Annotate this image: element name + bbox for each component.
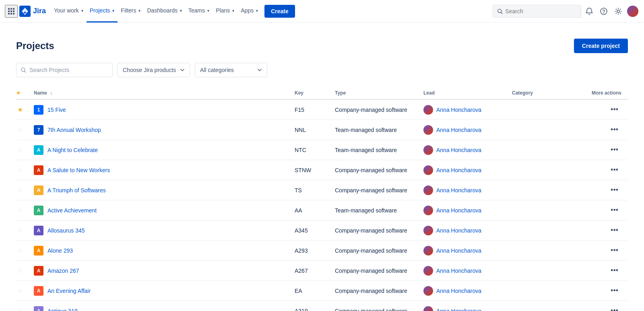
- project-category-1: [507, 99, 580, 120]
- project-link-6[interactable]: Active Achievement: [47, 207, 97, 214]
- more-actions-button-6[interactable]: •••: [607, 204, 621, 216]
- name-col-header[interactable]: Name ↓: [29, 87, 290, 99]
- starred-col-header[interactable]: ★: [16, 87, 29, 99]
- nav-item-filters[interactable]: Filters▾: [118, 0, 144, 23]
- project-link-11[interactable]: Antique 319: [47, 308, 78, 311]
- jira-logo[interactable]: Jira: [19, 6, 46, 17]
- project-search-input[interactable]: [29, 67, 108, 73]
- more-actions-button-3[interactable]: •••: [607, 144, 621, 156]
- more-actions-button-8[interactable]: •••: [607, 245, 621, 256]
- more-actions-button-5[interactable]: •••: [607, 184, 621, 196]
- lead-link-7[interactable]: Anna Honcharova: [436, 227, 481, 234]
- project-link-10[interactable]: An Evening Affair: [47, 288, 91, 294]
- lead-link-2[interactable]: Anna Honcharova: [436, 127, 481, 133]
- categories-filter[interactable]: All categories: [195, 63, 267, 77]
- project-link-4[interactable]: A Salute to New Workers: [47, 167, 110, 173]
- star-cell-4[interactable]: ☆: [16, 160, 29, 180]
- apps-grid-icon[interactable]: [5, 5, 18, 18]
- more-actions-button-7[interactable]: •••: [607, 224, 621, 236]
- lead-link-1[interactable]: Anna Honcharova: [436, 107, 481, 113]
- nav-item-apps[interactable]: Apps▾: [237, 0, 261, 23]
- lead-link-10[interactable]: Anna Honcharova: [436, 288, 481, 294]
- create-button[interactable]: Create: [264, 5, 295, 18]
- star-cell-7[interactable]: ☆: [16, 220, 29, 241]
- lead-link-9[interactable]: Anna Honcharova: [436, 268, 481, 274]
- category-col-header[interactable]: Category: [507, 87, 580, 99]
- star-cell-10[interactable]: ☆: [16, 281, 29, 301]
- project-name-cell-8: A Alone 293: [29, 241, 290, 261]
- nav-item-dashboards[interactable]: Dashboards▾: [144, 0, 185, 23]
- star-icon[interactable]: ☆: [17, 247, 23, 254]
- project-name-cell-11: A Antique 319: [29, 301, 290, 311]
- star-cell-1[interactable]: ★: [16, 99, 29, 120]
- table-row: ☆ A A Salute to New Workers STNW Company…: [16, 160, 628, 180]
- project-lead-11: Anna Honcharova: [419, 301, 507, 311]
- lead-avatar-11: [423, 306, 433, 311]
- star-cell-5[interactable]: ☆: [16, 180, 29, 200]
- help-button[interactable]: [597, 5, 610, 18]
- notifications-button[interactable]: [583, 5, 596, 18]
- lead-link-8[interactable]: Anna Honcharova: [436, 247, 481, 254]
- star-icon[interactable]: ☆: [17, 167, 23, 173]
- star-icon[interactable]: ☆: [17, 227, 23, 234]
- lead-avatar-1: [423, 105, 433, 115]
- search-input[interactable]: [505, 8, 577, 14]
- nav-item-plans[interactable]: Plans▾: [213, 0, 237, 23]
- key-col-header[interactable]: Key: [290, 87, 330, 99]
- star-icon[interactable]: ☆: [17, 187, 23, 194]
- profile-button[interactable]: [626, 5, 639, 18]
- project-link-5[interactable]: A Triumph of Softwares: [47, 187, 106, 194]
- lead-link-6[interactable]: Anna Honcharova: [436, 207, 481, 214]
- lead-link-4[interactable]: Anna Honcharova: [436, 167, 481, 173]
- star-icon[interactable]: ☆: [17, 146, 23, 153]
- project-link-3[interactable]: A Night to Celebrate: [47, 147, 98, 153]
- lead-link-3[interactable]: Anna Honcharova: [436, 147, 481, 153]
- more-actions-button-4[interactable]: •••: [607, 164, 621, 176]
- lead-avatar-10: [423, 286, 433, 296]
- star-icon[interactable]: ☆: [17, 126, 23, 133]
- create-project-button[interactable]: Create project: [574, 39, 628, 53]
- lead-col-header[interactable]: Lead: [419, 87, 507, 99]
- star-cell-6[interactable]: ☆: [16, 200, 29, 220]
- nav-item-your-work[interactable]: Your work▾: [51, 0, 87, 23]
- project-icon-10: A: [34, 286, 43, 296]
- star-cell-11[interactable]: ☆: [16, 301, 29, 311]
- star-cell-3[interactable]: ☆: [16, 140, 29, 160]
- search-box[interactable]: [493, 5, 581, 18]
- star-icon[interactable]: ☆: [17, 287, 23, 294]
- project-icon-11: A: [34, 306, 43, 311]
- table-row: ☆ A Alone 293 A293 Company-managed softw…: [16, 241, 628, 261]
- type-col-header[interactable]: Type: [330, 87, 419, 99]
- lead-link-11[interactable]: Anna Honcharova: [436, 308, 481, 311]
- project-link-1[interactable]: 15 Five: [47, 107, 66, 113]
- avatar: [627, 6, 638, 17]
- nav-item-teams[interactable]: Teams▾: [185, 0, 213, 23]
- settings-button[interactable]: [612, 5, 625, 18]
- project-key-11: A319: [290, 301, 330, 311]
- project-link-7[interactable]: Allosaurus 345: [47, 227, 85, 234]
- star-cell-9[interactable]: ☆: [16, 261, 29, 281]
- project-link-9[interactable]: Amazon 267: [47, 268, 79, 274]
- star-icon[interactable]: ★: [17, 106, 23, 113]
- project-category-6: [507, 200, 580, 220]
- star-cell-8[interactable]: ☆: [16, 241, 29, 261]
- star-icon[interactable]: ☆: [17, 207, 23, 214]
- more-actions-button-11[interactable]: •••: [607, 305, 621, 311]
- jira-products-filter[interactable]: Choose Jira products: [118, 63, 190, 77]
- more-actions-button-1[interactable]: •••: [607, 104, 621, 115]
- project-link-2[interactable]: 7th Annual Workshop: [47, 127, 101, 133]
- star-icon[interactable]: ☆: [17, 267, 23, 274]
- more-actions-button-10[interactable]: •••: [607, 285, 621, 297]
- project-link-8[interactable]: Alone 293: [47, 247, 73, 254]
- nav-item-projects[interactable]: Projects▾: [87, 0, 118, 23]
- svg-rect-2: [13, 8, 14, 10]
- project-search-box[interactable]: [16, 63, 113, 77]
- more-actions-button-2[interactable]: •••: [607, 124, 621, 136]
- star-cell-2[interactable]: ☆: [16, 120, 29, 140]
- star-icon[interactable]: ☆: [17, 307, 23, 311]
- project-icon-8: A: [34, 246, 43, 255]
- table-row: ★ 1 15 Five F15 Company-managed software…: [16, 99, 628, 120]
- more-actions-button-9[interactable]: •••: [607, 265, 621, 276]
- project-name-cell-2: 7 7th Annual Workshop: [29, 120, 290, 140]
- lead-link-5[interactable]: Anna Honcharova: [436, 187, 481, 194]
